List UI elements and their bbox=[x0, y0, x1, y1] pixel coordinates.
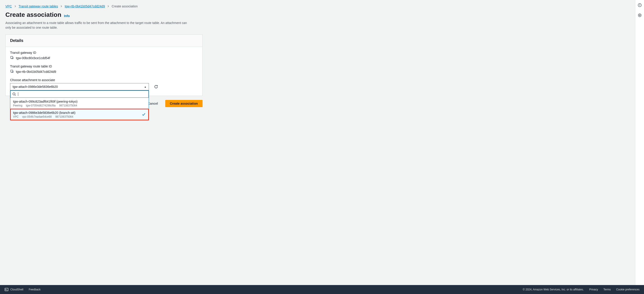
breadcrumb-route-table-id[interactable]: tgw-rtb-0b41b05d47cdd24d9 bbox=[65, 4, 105, 8]
copy-icon[interactable] bbox=[10, 69, 14, 74]
svg-rect-6 bbox=[5, 288, 8, 291]
terms-link[interactable]: Terms bbox=[603, 288, 611, 291]
option-title: tgw-attach-099c823adf641f69f (peering-to… bbox=[13, 100, 146, 103]
route-table-id-label: Transit gateway route table ID bbox=[10, 65, 198, 68]
option-account: 987106375064 bbox=[59, 104, 77, 107]
details-panel: Details Transit gateway ID tgw-00bc80cbc… bbox=[6, 34, 202, 96]
text-cursor bbox=[18, 92, 18, 96]
transit-gateway-id-label: Transit gateway ID bbox=[10, 51, 198, 54]
chevron-right-icon bbox=[14, 4, 16, 8]
chevron-right-icon bbox=[107, 4, 109, 8]
option-account: 987106375064 bbox=[55, 115, 73, 118]
dropdown-option-branch-att[interactable]: tgw-attach-0986e3de5836e6b20 (branch-att… bbox=[10, 109, 149, 120]
refresh-button[interactable] bbox=[152, 83, 160, 90]
attachment-selected-value: tgw-attach-0986e3de5836e6b20 bbox=[12, 85, 58, 89]
create-association-button[interactable]: Create association bbox=[165, 100, 203, 107]
svg-rect-1 bbox=[11, 70, 13, 72]
route-table-id-value: tgw-rtb-0b41b05d47cdd24d9 bbox=[16, 70, 56, 73]
cookie-preferences-link[interactable]: Cookie preferences bbox=[616, 288, 640, 291]
attachment-dropdown: tgw-attach-099c823adf641f69f (peering-to… bbox=[10, 90, 149, 120]
svg-rect-0 bbox=[11, 56, 13, 58]
copyright-text: © 2024, Amazon Web Services, Inc. or its… bbox=[523, 288, 584, 291]
footer: CloudShell Feedback © 2024, Amazon Web S… bbox=[0, 285, 644, 294]
svg-point-4 bbox=[640, 4, 640, 4]
breadcrumb: VPC Transit gateway route tables tgw-rtb… bbox=[6, 4, 638, 8]
cloudshell-button[interactable]: CloudShell bbox=[4, 288, 23, 292]
privacy-link[interactable]: Privacy bbox=[589, 288, 598, 291]
right-help-rail bbox=[635, 0, 644, 285]
dropdown-search-input[interactable] bbox=[18, 91, 147, 98]
search-icon bbox=[12, 92, 16, 96]
choose-attachment-label: Choose attachment to associate bbox=[10, 78, 198, 82]
option-resource: tgw-07054d8274298cf8a bbox=[26, 104, 56, 107]
info-circle-icon[interactable] bbox=[638, 3, 642, 8]
page-title: Create association bbox=[6, 11, 61, 18]
page-description: Associating an attachment to a route tab… bbox=[6, 21, 190, 30]
option-type: VPC bbox=[13, 115, 19, 118]
option-resource: vpc-054fc7ea4ae54ce68 bbox=[22, 115, 52, 118]
chevron-right-icon bbox=[60, 4, 62, 8]
svg-point-2 bbox=[13, 93, 15, 95]
attachment-select[interactable]: tgw-attach-0986e3de5836e6b20 ▲ bbox=[10, 83, 149, 90]
copy-icon[interactable] bbox=[10, 56, 14, 60]
feedback-link[interactable]: Feedback bbox=[29, 288, 41, 291]
transit-gateway-id-value: tgw-00bc80cbce1cdd54f bbox=[16, 56, 50, 60]
panel-header: Details bbox=[6, 35, 202, 47]
breadcrumb-transit-gateway-route-tables[interactable]: Transit gateway route tables bbox=[19, 4, 58, 8]
option-type: Peering bbox=[13, 104, 22, 107]
breadcrumb-vpc[interactable]: VPC bbox=[6, 4, 12, 8]
settings-hex-icon[interactable] bbox=[638, 13, 642, 18]
check-icon bbox=[142, 113, 146, 117]
breadcrumb-current: Create association bbox=[112, 4, 138, 8]
dropdown-option-peering-tokyo[interactable]: tgw-attach-099c823adf641f69f (peering-to… bbox=[10, 98, 149, 109]
caret-up-icon: ▲ bbox=[144, 86, 146, 88]
cloudshell-label: CloudShell bbox=[10, 288, 23, 291]
svg-point-5 bbox=[639, 15, 640, 16]
option-title: tgw-attach-0986e3de5836e6b20 (branch-att… bbox=[13, 111, 146, 115]
info-link[interactable]: Info bbox=[64, 14, 70, 18]
